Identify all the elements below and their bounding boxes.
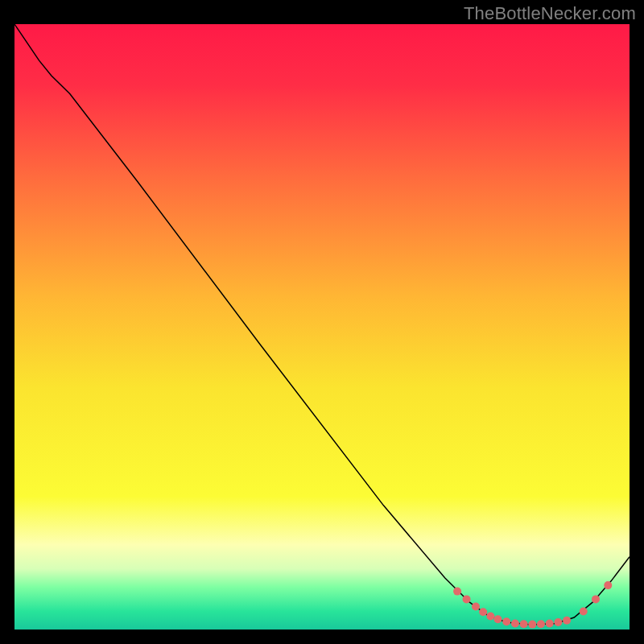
data-marker <box>563 617 571 625</box>
data-marker <box>520 620 528 628</box>
data-marker <box>486 612 494 620</box>
data-marker <box>537 620 545 628</box>
data-marker <box>580 607 588 615</box>
data-marker <box>479 608 487 616</box>
chart-frame: TheBottleNecker.com <box>0 0 644 644</box>
bottleneck-chart <box>14 24 630 630</box>
gradient-background <box>14 24 630 630</box>
data-marker <box>502 617 510 625</box>
attribution-label: TheBottleNecker.com <box>464 3 636 24</box>
data-marker <box>494 615 502 623</box>
data-marker <box>554 618 562 626</box>
data-marker <box>546 619 554 627</box>
data-marker <box>472 602 480 610</box>
data-marker <box>604 581 612 589</box>
data-marker <box>453 588 461 596</box>
data-marker <box>592 595 600 603</box>
data-marker <box>528 621 536 629</box>
data-marker <box>511 619 519 627</box>
plot-area <box>14 24 630 630</box>
data-marker <box>463 595 471 603</box>
